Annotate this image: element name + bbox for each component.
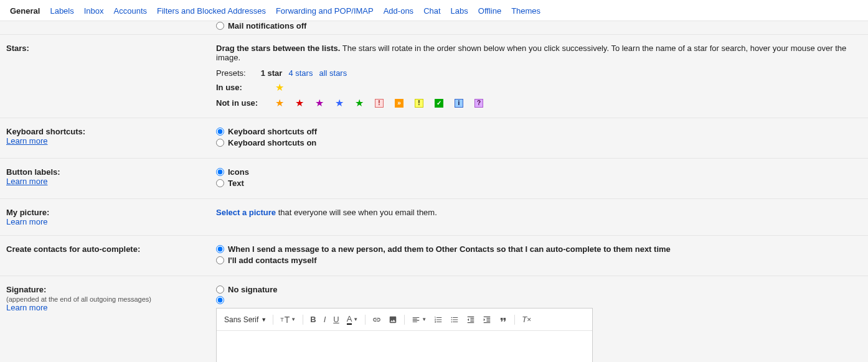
tab-inbox[interactable]: Inbox [79, 4, 109, 18]
green-check-icon[interactable]: ✓ [435, 99, 443, 108]
stars-intro-bold: Drag the stars between the lists. [216, 44, 340, 53]
editor-toolbar: Sans Serif ▼ TT▼ B I U A▼ ▼ [217, 309, 592, 331]
star-purple-icon[interactable]: ★ [315, 97, 324, 109]
signature-sub: (appended at the end of all outgoing mes… [6, 295, 216, 303]
yellow-bang-icon[interactable]: ! [415, 99, 423, 108]
not-in-use-label: Not in use: [216, 98, 275, 108]
keyboard-off-label[interactable]: Keyboard shortcuts off [228, 127, 317, 136]
contacts-manual-label[interactable]: I'll add contacts myself [228, 256, 317, 265]
buttons-text-label[interactable]: Text [228, 179, 244, 188]
contacts-auto-radio[interactable] [216, 245, 224, 253]
tab-addons[interactable]: Add-ons [379, 4, 418, 18]
numbered-list-button[interactable] [431, 313, 446, 326]
stars-label: Stars: [6, 44, 216, 53]
tab-general[interactable]: General [5, 4, 45, 18]
mail-notifications-off-radio[interactable] [216, 22, 224, 30]
bold-button[interactable]: B [307, 313, 319, 326]
star-orange-icon[interactable]: ★ [275, 97, 284, 109]
font-family-select[interactable]: Sans Serif ▼ [222, 314, 269, 325]
button-labels-label: Button labels: [6, 167, 216, 177]
blue-info-icon[interactable]: i [455, 99, 463, 108]
tab-labels[interactable]: Labels [45, 4, 78, 18]
underline-button[interactable]: U [330, 313, 342, 326]
tab-themes[interactable]: Themes [506, 4, 545, 18]
in-use-label: In use: [216, 83, 275, 92]
settings-tabs: General Labels Inbox Accounts Filters an… [0, 0, 868, 21]
picture-label: My picture: [6, 208, 216, 217]
button-labels-row: Button labels: Learn more Icons Text [0, 159, 868, 199]
keyboard-row: Keyboard shortcuts: Learn more Keyboard … [0, 118, 868, 159]
signature-learn-more[interactable]: Learn more [6, 303, 47, 312]
tab-chat[interactable]: Chat [418, 4, 445, 18]
align-button[interactable]: ▼ [408, 313, 430, 326]
signature-textarea[interactable] [217, 331, 592, 362]
buttons-icons-label[interactable]: Icons [228, 167, 249, 177]
tab-forwarding[interactable]: Forwarding and POP/IMAP [271, 4, 379, 18]
stars-row: Stars: Drag the stars between the lists.… [0, 35, 868, 118]
image-button[interactable] [385, 313, 400, 326]
tab-labs[interactable]: Labs [446, 4, 473, 18]
signature-label: Signature: [6, 285, 216, 294]
remove-formatting-button[interactable]: T✕ [519, 313, 535, 326]
keyboard-off-radio[interactable] [216, 128, 224, 136]
signature-editor-radio[interactable] [216, 296, 224, 304]
no-signature-radio[interactable] [216, 285, 224, 294]
select-picture-link[interactable]: Select a picture [216, 208, 276, 217]
contacts-auto-label[interactable]: When I send a message to a new person, a… [228, 244, 671, 254]
tab-accounts[interactable]: Accounts [109, 4, 152, 18]
no-signature-label[interactable]: No signature [228, 285, 277, 294]
keyboard-on-radio[interactable] [216, 139, 224, 147]
indent-more-button[interactable] [479, 313, 494, 326]
bullet-list-button[interactable] [447, 313, 462, 326]
quote-button[interactable] [496, 313, 511, 326]
italic-button[interactable]: I [321, 313, 329, 326]
star-green-icon[interactable]: ★ [355, 97, 364, 109]
partial-notifications-row: Mail notifications off [0, 21, 868, 35]
contacts-row: Create contacts for auto-complete: When … [0, 236, 868, 276]
keyboard-label: Keyboard shortcuts: [6, 127, 216, 136]
indent-less-button[interactable] [463, 313, 478, 326]
button-labels-learn-more[interactable]: Learn more [6, 177, 47, 186]
orange-arrow-icon[interactable]: » [395, 99, 403, 108]
link-button[interactable] [369, 313, 384, 326]
star-red-icon[interactable]: ★ [295, 97, 304, 109]
preset-1star[interactable]: 1 star [261, 68, 283, 78]
keyboard-on-label[interactable]: Keyboard shortcuts on [228, 138, 316, 147]
tab-offline[interactable]: Offline [473, 4, 506, 18]
preset-allstars[interactable]: all stars [319, 68, 347, 78]
signature-row: Signature: (appended at the end of all o… [0, 276, 868, 362]
purple-question-icon[interactable]: ? [474, 99, 483, 108]
tab-filters[interactable]: Filters and Blocked Addresses [152, 4, 271, 18]
star-yellow-icon[interactable]: ★ [275, 81, 284, 93]
picture-learn-more[interactable]: Learn more [6, 217, 47, 226]
red-bang-icon[interactable]: ! [375, 99, 384, 108]
picture-row: My picture: Learn more Select a picture … [0, 199, 868, 236]
picture-rest-text: that everyone will see when you email th… [276, 208, 437, 217]
preset-4stars[interactable]: 4 stars [288, 68, 313, 78]
signature-editor: Sans Serif ▼ TT▼ B I U A▼ ▼ [216, 308, 593, 362]
presets-label: Presets: [216, 68, 246, 78]
buttons-text-radio[interactable] [216, 179, 224, 187]
text-color-button[interactable]: A▼ [344, 312, 362, 327]
buttons-icons-radio[interactable] [216, 168, 224, 176]
star-blue-icon[interactable]: ★ [335, 97, 344, 109]
keyboard-learn-more[interactable]: Learn more [6, 136, 47, 146]
contacts-manual-radio[interactable] [216, 256, 224, 264]
contacts-label: Create contacts for auto-complete: [6, 244, 216, 254]
mail-notifications-off-label: Mail notifications off [228, 21, 306, 30]
font-size-button[interactable]: TT▼ [277, 313, 299, 327]
